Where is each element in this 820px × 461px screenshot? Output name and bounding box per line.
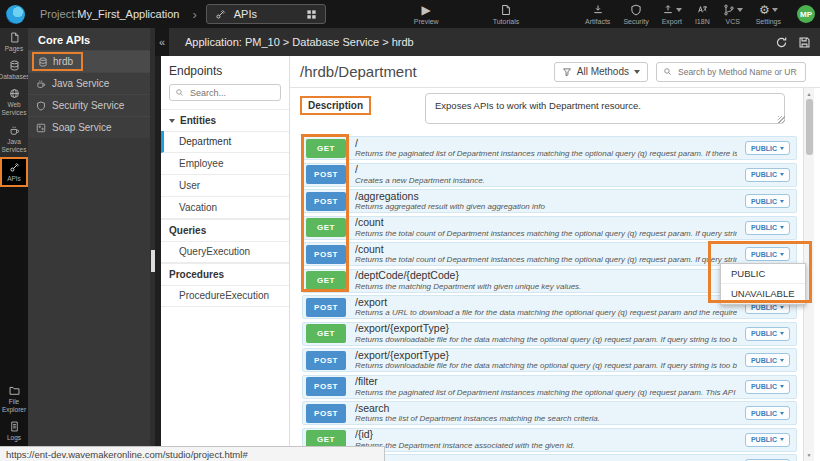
endpoint-item-procedureexecution[interactable]: ProcedureExecution bbox=[161, 285, 289, 307]
project-title: Project:My_First_Application bbox=[40, 8, 179, 20]
access-dropdown-button[interactable]: PUBLIC bbox=[745, 247, 790, 261]
endpoint-path: /{id} bbox=[355, 429, 737, 440]
endpoint-path: /export bbox=[355, 297, 737, 308]
globe-icon bbox=[9, 88, 20, 99]
group-header-entities[interactable]: Entities bbox=[161, 109, 289, 132]
endpoints-search-input[interactable] bbox=[188, 87, 275, 99]
security-button[interactable]: Security bbox=[623, 4, 648, 25]
method-search-input[interactable] bbox=[676, 66, 799, 78]
funnel-icon bbox=[562, 67, 572, 77]
access-dropdown-button[interactable]: PUBLIC bbox=[745, 141, 790, 155]
caret-down-icon bbox=[780, 359, 784, 362]
workspace-selector[interactable]: APIs bbox=[206, 4, 326, 24]
collapse-panel-button[interactable]: « bbox=[155, 28, 169, 56]
folder-icon bbox=[9, 385, 20, 396]
description-textarea[interactable]: Exposes APIs to work with Department res… bbox=[425, 93, 785, 124]
access-dropdown-button[interactable]: PUBLIC bbox=[745, 221, 790, 235]
access-dropdown-button[interactable]: PUBLIC bbox=[745, 380, 790, 394]
api-endpoint-row[interactable]: POST /search Returns the list of Departm… bbox=[302, 401, 797, 425]
rail-item-apis[interactable]: APIs bbox=[0, 157, 28, 187]
api-endpoint-row[interactable]: POST /filter Returns the paginated list … bbox=[302, 375, 797, 399]
endpoints-search[interactable] bbox=[169, 84, 281, 101]
endpoint-description: Returns the total count of Department in… bbox=[355, 256, 737, 264]
access-dropdown-button[interactable]: PUBLIC bbox=[745, 194, 790, 208]
api-endpoint-row[interactable]: GET / Returns the paginated list of Depa… bbox=[302, 136, 797, 160]
api-endpoint-row[interactable]: POST /aggregations Returns aggregated re… bbox=[302, 189, 797, 213]
access-option[interactable]: UNAVAILABLE bbox=[721, 284, 805, 304]
endpoint-path: / bbox=[355, 164, 737, 175]
preview-button[interactable]: ▶ Preview bbox=[414, 4, 439, 25]
document-icon bbox=[500, 4, 512, 16]
http-method-badge: POST bbox=[306, 192, 346, 211]
endpoint-path: /export/{exportType} bbox=[355, 350, 737, 361]
rail-item-java-services[interactable]: Java Services bbox=[0, 121, 28, 157]
group-header-procedures[interactable]: Procedures bbox=[161, 263, 289, 286]
artifacts-button[interactable]: Artifacts bbox=[585, 4, 610, 25]
http-method-badge: GET bbox=[306, 218, 346, 237]
shield-icon bbox=[630, 4, 642, 16]
http-method-badge: POST bbox=[306, 404, 346, 423]
endpoint-description: Returns aggregated result with given agg… bbox=[355, 203, 737, 211]
endpoint-item-department[interactable]: Department bbox=[161, 131, 289, 153]
resize-handle[interactable] bbox=[778, 116, 785, 123]
settings-button[interactable]: ⚙ Settings bbox=[756, 4, 781, 25]
core-api-item-java-service[interactable]: Java Service bbox=[28, 72, 150, 94]
scroll-down-icon[interactable]: ▼ bbox=[804, 452, 814, 458]
endpoint-item-vacation[interactable]: Vacation bbox=[161, 197, 289, 219]
core-panel-scrollbar[interactable] bbox=[150, 28, 155, 461]
core-api-item-hrdb[interactable]: hrdb bbox=[28, 50, 150, 72]
vcs-button[interactable]: VCS bbox=[723, 4, 743, 25]
endpoint-item-queryexecution[interactable]: QueryExecution bbox=[161, 241, 289, 263]
core-api-item-security-service[interactable]: Security Service bbox=[28, 94, 150, 116]
api-endpoint-row[interactable]: GET /export/{exportType} Returns downloa… bbox=[302, 322, 797, 346]
core-apis-panel: Core APIs hrdb Java Service Security Ser… bbox=[28, 28, 150, 461]
api-endpoint-row[interactable]: POST / Creates a new Department instance… bbox=[302, 163, 797, 187]
endpoint-item-user[interactable]: User bbox=[161, 175, 289, 197]
methods-filter-button[interactable]: All Methods bbox=[554, 62, 648, 82]
export-button[interactable]: Export bbox=[662, 4, 682, 25]
scrollbar-thumb[interactable] bbox=[806, 99, 813, 155]
access-option[interactable]: PUBLIC bbox=[721, 264, 805, 284]
endpoint-path: /count bbox=[355, 217, 737, 228]
rail-item-web-services[interactable]: Web Services bbox=[0, 84, 28, 120]
hrdb-annotation-box: hrdb bbox=[32, 52, 83, 71]
scroll-up-icon[interactable]: ▲ bbox=[804, 91, 814, 97]
save-icon[interactable] bbox=[798, 36, 811, 49]
caret-down-icon bbox=[780, 226, 784, 229]
access-dropdown-button[interactable]: PUBLIC bbox=[745, 406, 790, 420]
access-dropdown-button[interactable]: PUBLIC bbox=[745, 168, 790, 182]
rail-item-logs[interactable]: Logs bbox=[0, 417, 28, 445]
rail-item-databases[interactable]: Databases bbox=[0, 56, 28, 84]
http-method-badge: POST bbox=[306, 245, 346, 264]
access-dropdown-button[interactable]: PUBLIC bbox=[745, 327, 790, 341]
rail-item-pages[interactable]: Pages bbox=[0, 28, 28, 56]
access-dropdown-button[interactable]: PUBLIC bbox=[745, 353, 790, 367]
top-bar: Project:My_First_Application › APIs ▶ Pr… bbox=[0, 0, 820, 28]
search-icon bbox=[175, 88, 184, 97]
tutorials-button[interactable]: Tutorials bbox=[493, 4, 520, 25]
refresh-icon[interactable] bbox=[775, 36, 788, 49]
endpoint-item-employee[interactable]: Employee bbox=[161, 153, 289, 175]
group-header-queries[interactable]: Queries bbox=[161, 219, 289, 242]
status-url-bar: https://ent-dev.wavemakeronline.com/stud… bbox=[0, 446, 385, 461]
api-endpoint-row[interactable]: POST /export/{exportType} Returns downlo… bbox=[302, 348, 797, 372]
core-api-item-soap-service[interactable]: Soap Service bbox=[28, 116, 150, 138]
endpoint-path: /filter bbox=[355, 376, 737, 387]
method-search[interactable] bbox=[656, 62, 806, 82]
access-dropdown-button[interactable]: PUBLIC bbox=[745, 433, 790, 447]
api-endpoint-row[interactable]: GET /count Returns the total count of De… bbox=[302, 216, 797, 240]
i18n-button[interactable]: I18N bbox=[695, 4, 710, 25]
rail-item-file-explorer[interactable]: File Explorer bbox=[0, 381, 28, 417]
caret-down-icon bbox=[780, 306, 784, 309]
breadcrumb: Application: PM_10 > Database Service > … bbox=[185, 36, 414, 48]
wavemaker-logo[interactable] bbox=[0, 0, 30, 28]
topbar-right-actions: Artifacts Security Export I18N VCS ⚙ Set… bbox=[585, 4, 820, 25]
panel-edge bbox=[155, 28, 161, 461]
database-icon bbox=[38, 57, 48, 67]
scrollbar-thumb[interactable] bbox=[151, 250, 155, 272]
endpoint-description: Returns the paginated list of Department… bbox=[355, 150, 737, 158]
project-label: Project: bbox=[40, 8, 77, 20]
grid-icon[interactable] bbox=[306, 9, 317, 20]
user-avatar[interactable]: MP bbox=[797, 5, 815, 23]
endpoint-description: Creates a new Department instance. bbox=[355, 177, 737, 185]
